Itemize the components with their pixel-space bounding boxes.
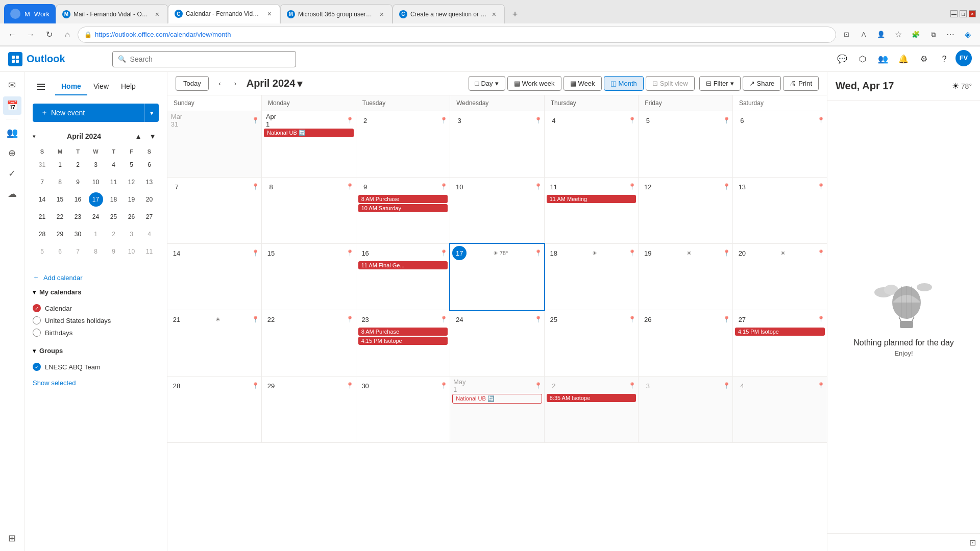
sidebar-icon-todo[interactable]: ✓ — [3, 164, 21, 183]
expand-panel-button[interactable]: ⊡ — [969, 538, 976, 547]
date-num-0-3[interactable]: 3 — [452, 113, 467, 128]
pin-icon-0-1[interactable]: 📍 — [346, 117, 354, 124]
date-num-3-2[interactable]: 23 — [358, 312, 373, 327]
pin-icon-3-6[interactable]: 📍 — [817, 316, 825, 323]
sidebar-icon-mail[interactable]: ✉ — [3, 76, 21, 94]
mini-cal-day-1-1[interactable]: 8 — [53, 175, 67, 189]
profile-button[interactable]: 👤 — [873, 27, 889, 43]
calendar-cell-3-2[interactable]: 23📍8 AM Purchase4:15 PM Isotope — [356, 310, 450, 377]
settings-button[interactable]: ⋯ — [942, 27, 959, 43]
calendar-cell-1-2[interactable]: 9📍8 AM Purchase10 AM Saturday — [356, 178, 450, 244]
mini-cal-day-1-6[interactable]: 13 — [142, 175, 157, 189]
restore-btn[interactable]: — — [950, 10, 958, 17]
date-num-1-0[interactable]: 7 — [169, 180, 184, 194]
mini-cal-collapse[interactable]: ▾ — [33, 133, 36, 140]
refresh-button[interactable]: ↻ — [41, 27, 57, 43]
mail-tab-close[interactable]: × — [153, 9, 161, 19]
edge-icon[interactable]: ◈ — [960, 27, 976, 43]
pin-icon-3-5[interactable]: 📍 — [723, 316, 730, 323]
sidebar-icon-groups[interactable]: ⊕ — [3, 144, 21, 162]
today-button[interactable]: Today — [176, 76, 209, 91]
date-num-4-3[interactable]: May 1 — [452, 379, 467, 393]
event-3-2-0[interactable]: 8 AM Purchase — [358, 328, 448, 336]
event-1-2-0[interactable]: 8 AM Purchase — [358, 195, 448, 203]
pin-icon-4-3[interactable]: 📍 — [534, 382, 542, 389]
date-num-4-6[interactable]: 4 — [735, 379, 749, 393]
pin-icon-1-2[interactable]: 📍 — [440, 183, 448, 190]
filter-button[interactable]: ⊟ Filter ▾ — [699, 76, 741, 91]
mini-cal-day-4-6[interactable]: 4 — [142, 227, 157, 241]
date-num-3-6[interactable]: 27 — [735, 312, 749, 327]
mini-cal-day-5-0[interactable]: 5 — [35, 244, 50, 259]
sidebar-icon-admin[interactable]: ⊞ — [3, 529, 21, 547]
calendar-cell-0-3[interactable]: 3📍 — [450, 111, 545, 178]
pin-icon-2-2[interactable]: 📍 — [440, 249, 448, 257]
mini-cal-day-0-4[interactable]: 4 — [107, 158, 121, 172]
calendar-cell-4-4[interactable]: 2📍8:35 AM Isotope — [544, 377, 639, 443]
mini-cal-day-2-2[interactable]: 16 — [71, 192, 85, 207]
pin-icon-3-3[interactable]: 📍 — [534, 316, 542, 323]
calendar-cell-3-6[interactable]: 27📍4:15 PM Isotope — [732, 310, 827, 377]
current-month-display[interactable]: April 2024 ▾ — [247, 78, 303, 90]
date-num-0-6[interactable]: 6 — [735, 113, 749, 128]
new-event-dropdown[interactable]: ▾ — [144, 104, 159, 122]
calendar-cell-1-0[interactable]: 7📍 — [167, 178, 262, 244]
mini-cal-day-3-5[interactable]: 26 — [125, 210, 139, 224]
mini-cal-title[interactable]: April 2024 — [67, 132, 101, 140]
mini-cal-day-5-2[interactable]: 7 — [71, 244, 85, 259]
menu-view[interactable]: View — [87, 78, 115, 95]
mini-cal-day-3-6[interactable]: 27 — [142, 210, 157, 224]
date-num-3-5[interactable]: 26 — [641, 312, 655, 327]
pin-icon-2-5[interactable]: 📍 — [723, 249, 730, 257]
tab-m365[interactable]: M Microsoft 365 group users m... × — [280, 4, 393, 23]
notifications-button[interactable]: 🔔 — [894, 50, 913, 68]
mini-cal-day-5-6[interactable]: 11 — [142, 244, 157, 259]
mini-cal-day-0-3[interactable]: 3 — [89, 158, 103, 172]
mini-cal-day-4-1[interactable]: 29 — [53, 227, 67, 241]
mini-cal-day-4-0[interactable]: 28 — [35, 227, 50, 241]
mini-cal-day-2-5[interactable]: 19 — [125, 192, 139, 207]
event-4-4-0[interactable]: 8:35 AM Isotope — [547, 394, 636, 402]
mini-cal-day-5-5[interactable]: 10 — [125, 244, 139, 259]
mini-cal-day-4-5[interactable]: 3 — [125, 227, 139, 241]
pin-icon-2-4[interactable]: 📍 — [628, 249, 636, 257]
date-num-3-0[interactable]: 21 — [169, 312, 184, 327]
extensions-button[interactable]: 🧩 — [908, 27, 924, 43]
date-num-4-4[interactable]: 2 — [547, 379, 561, 393]
calendar-cell-1-3[interactable]: 10📍 — [450, 178, 545, 244]
calendar-cell-0-1[interactable]: Apr 1📍National UB 🔄 — [262, 111, 356, 178]
mini-cal-day-2-0[interactable]: 14 — [35, 192, 50, 207]
event-1-4-0[interactable]: 11 AM Meeting — [547, 195, 636, 203]
date-num-2-4[interactable]: 18 — [547, 246, 561, 260]
calendar-cell-1-5[interactable]: 12📍 — [639, 178, 733, 244]
pin-icon-1-6[interactable]: 📍 — [817, 183, 825, 190]
prev-month-button[interactable]: ‹ — [213, 77, 227, 91]
event-2-2-0[interactable]: 11 AM Final Ge... — [358, 261, 448, 269]
date-num-3-3[interactable]: 24 — [452, 312, 467, 327]
pin-icon-0-4[interactable]: 📍 — [628, 117, 636, 124]
calendar-cell-3-5[interactable]: 26📍 — [639, 310, 733, 377]
user-avatar[interactable]: FV — [955, 50, 972, 66]
pin-icon-0-5[interactable]: 📍 — [723, 117, 730, 124]
tab-create[interactable]: C Create a new question or star... × — [393, 4, 505, 23]
back-button[interactable]: ← — [4, 27, 20, 43]
calendar-cell-4-1[interactable]: 29📍 — [262, 377, 356, 443]
event-4-3-0[interactable]: National UB 🔄 — [452, 394, 542, 404]
calendar-cell-4-2[interactable]: 30📍 — [356, 377, 450, 443]
mini-cal-day-4-3[interactable]: 1 — [89, 227, 103, 241]
pin-icon-4-5[interactable]: 📍 — [723, 382, 730, 389]
pin-icon-4-0[interactable]: 📍 — [252, 382, 259, 389]
menu-home[interactable]: Home — [55, 78, 87, 95]
date-num-2-3[interactable]: 17 — [452, 246, 467, 260]
date-num-2-1[interactable]: 15 — [264, 246, 278, 260]
date-num-2-6[interactable]: 20 — [735, 246, 749, 260]
date-num-4-2[interactable]: 30 — [358, 379, 373, 393]
minimize-btn[interactable]: □ — [960, 10, 967, 17]
date-num-4-5[interactable]: 3 — [641, 379, 655, 393]
calendar-cell-1-4[interactable]: 11📍11 AM Meeting — [544, 178, 639, 244]
add-calendar-button[interactable]: ＋ Add calendar — [33, 269, 159, 286]
mini-cal-day-4-4[interactable]: 2 — [107, 227, 121, 241]
calendar-item-birthdays[interactable]: Birthdays — [33, 327, 159, 339]
address-bar[interactable]: 🔒 https://outlook.office.com/calendar/vi… — [78, 27, 836, 43]
event-3-6-0[interactable]: 4:15 PM Isotope — [735, 328, 825, 336]
